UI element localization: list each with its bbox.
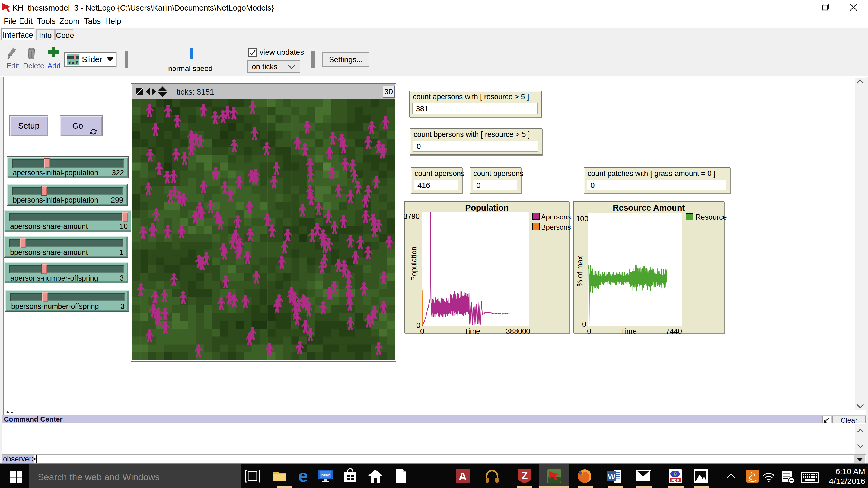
svg-text:lenovo: lenovo: [321, 474, 330, 477]
svg-text:W: W: [608, 472, 616, 481]
svg-text:PDF: PDF: [671, 478, 679, 483]
svg-text:Z: Z: [521, 470, 528, 482]
svg-text:A: A: [459, 470, 467, 483]
svg-text:e: e: [298, 468, 308, 484]
